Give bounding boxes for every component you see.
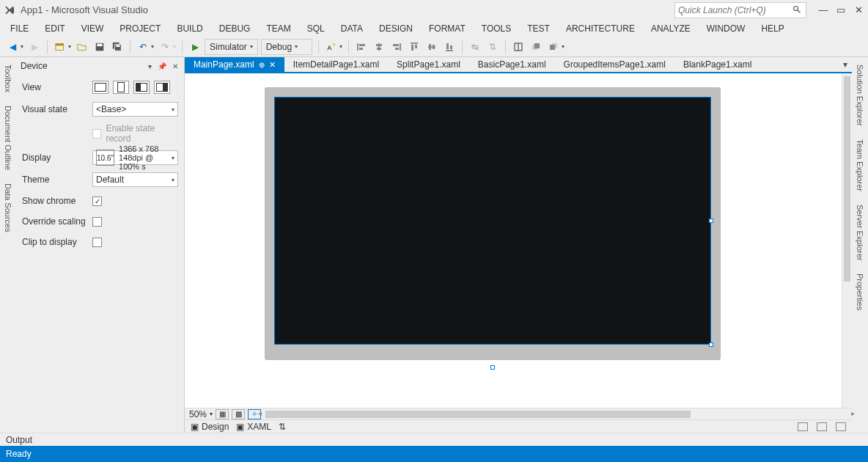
panel-options-button[interactable]: ▾	[147, 62, 153, 70]
restore-button[interactable]: ▭	[834, 4, 847, 17]
view-label: View	[22, 82, 88, 92]
snap-toggle-button[interactable]: ▩	[232, 409, 245, 419]
split-horizontal-button[interactable]	[817, 422, 827, 431]
save-button[interactable]	[92, 39, 108, 55]
back-dropdown[interactable]: ▾	[21, 43, 23, 50]
align-left-button[interactable]	[353, 39, 369, 55]
rail-tab-server-explorer[interactable]: Server Explorer	[854, 202, 866, 263]
quick-launch[interactable]	[674, 2, 806, 18]
run-target-combo[interactable]: Simulator ▾	[205, 39, 258, 55]
menu-build[interactable]: BUILD	[169, 22, 210, 35]
open-button[interactable]	[74, 39, 90, 55]
file-tab[interactable]: ItemDetailPage1.xaml	[284, 57, 388, 72]
horizontal-scrollbar[interactable]: ◂ ▸	[265, 409, 847, 419]
menu-file[interactable]: FILE	[3, 22, 36, 35]
expand-pane-button[interactable]	[836, 422, 846, 431]
xaml-tab[interactable]: ▣ XAML	[236, 422, 271, 432]
vertical-scrollbar[interactable]	[842, 73, 852, 408]
menu-test[interactable]: TEST	[520, 22, 557, 35]
order-dropdown[interactable]: ▾	[562, 43, 564, 50]
swap-panes-button[interactable]: ⇅	[279, 422, 286, 432]
rail-tab-team-explorer[interactable]: Team Explorer	[854, 136, 866, 194]
undo-button[interactable]: ↶	[135, 39, 151, 55]
clip-to-display-checkbox[interactable]	[92, 238, 102, 247]
new-dropdown[interactable]: ▾	[68, 43, 71, 50]
display-combo[interactable]: 10.6" 1366 x 768 148dpi @ 100% s ▾	[92, 150, 178, 165]
dist-h-button[interactable]: ↹	[467, 39, 483, 55]
menu-data[interactable]: DATA	[334, 22, 370, 35]
menu-window[interactable]: WINDOW	[699, 22, 753, 35]
title-bar: App1 - Microsoft Visual Studio — ▭ ✕	[0, 0, 868, 21]
file-tab[interactable]: BasicPage1.xaml	[469, 57, 555, 72]
bring-front-button[interactable]	[528, 39, 544, 55]
enable-state-record-checkbox[interactable]	[92, 129, 101, 139]
close-button[interactable]: ✕	[852, 4, 865, 17]
file-tab[interactable]: MainPage.xaml⊕✕	[185, 57, 284, 72]
panel-pin-button[interactable]: 📌	[156, 62, 168, 70]
new-project-button[interactable]	[52, 39, 68, 55]
menu-tools[interactable]: TOOLS	[474, 22, 518, 35]
menu-analyze[interactable]: ANALYZE	[644, 22, 698, 35]
view-snap-left-button[interactable]	[133, 81, 150, 94]
resize-handle-right[interactable]	[709, 219, 713, 223]
rail-tab-properties[interactable]: Properties	[854, 271, 866, 313]
grid-toggle-button[interactable]: ▦	[216, 409, 229, 419]
theme-combo[interactable]: Default ▾	[92, 172, 178, 187]
start-button[interactable]: ▶	[187, 39, 203, 55]
save-all-button[interactable]	[109, 39, 125, 55]
menu-edit[interactable]: EDIT	[37, 22, 72, 35]
undo-dropdown[interactable]: ▾	[151, 43, 154, 50]
align-top-button[interactable]	[406, 39, 422, 55]
redo-dropdown[interactable]: ▾	[173, 43, 176, 50]
layout-panel-button[interactable]	[510, 39, 526, 55]
output-panel-header[interactable]: Output	[0, 433, 868, 446]
minimize-button[interactable]: —	[817, 4, 830, 17]
menu-team[interactable]: TEAM	[259, 22, 298, 35]
rail-tab-toolbox[interactable]: Toolbox	[2, 62, 14, 95]
dist-v-button[interactable]: ⇅	[485, 39, 501, 55]
config-combo[interactable]: Debug ▾	[261, 39, 312, 55]
panel-close-button[interactable]: ✕	[171, 62, 180, 70]
effects-dropdown[interactable]: ▾	[339, 43, 342, 50]
align-right-button[interactable]	[389, 39, 405, 55]
align-middle-button[interactable]	[424, 39, 440, 55]
pin-icon[interactable]: ⊕	[259, 61, 265, 69]
redo-button[interactable]: ↷	[157, 39, 173, 55]
effects-button[interactable]	[323, 39, 339, 55]
rail-tab-data-sources[interactable]: Data Sources	[2, 180, 14, 235]
show-chrome-checkbox[interactable]: ✓	[92, 197, 102, 206]
tabs-overflow-button[interactable]: ▾	[839, 57, 852, 72]
resize-handle-bottom[interactable]	[490, 365, 495, 370]
menu-project[interactable]: PROJECT	[112, 22, 168, 35]
design-tab[interactable]: ▣ Design	[191, 422, 229, 432]
page-surface[interactable]	[274, 97, 711, 345]
menu-view[interactable]: VIEW	[74, 22, 111, 35]
close-tab-button[interactable]: ✕	[269, 60, 276, 70]
file-tab[interactable]: BlankPage1.xaml	[674, 57, 760, 72]
file-tab[interactable]: SplitPage1.xaml	[388, 57, 469, 72]
view-landscape-button[interactable]	[92, 81, 108, 94]
align-center-h-button[interactable]	[371, 39, 387, 55]
rail-tab-document-outline[interactable]: Document Outline	[2, 103, 14, 173]
view-portrait-button[interactable]	[113, 81, 129, 94]
back-button[interactable]: ◀	[4, 39, 21, 55]
rail-tab-solution-explorer[interactable]: Solution Explorer	[854, 62, 866, 129]
menu-sql[interactable]: SQL	[300, 22, 332, 35]
split-vertical-button[interactable]	[798, 422, 808, 431]
menu-format[interactable]: FORMAT	[422, 22, 473, 35]
override-scaling-checkbox[interactable]	[92, 217, 102, 227]
visual-state-combo[interactable]: <Base> ▾	[92, 102, 178, 117]
menu-architecture[interactable]: ARCHITECTURE	[559, 22, 642, 35]
file-tab[interactable]: GroupedItemsPage1.xaml	[555, 57, 674, 72]
menu-design[interactable]: DESIGN	[372, 22, 420, 35]
quick-launch-input[interactable]	[678, 5, 792, 15]
resize-handle-bottom-right[interactable]	[709, 342, 713, 347]
designer-canvas[interactable]	[185, 73, 842, 408]
send-back-button[interactable]	[545, 39, 562, 55]
forward-button[interactable]: ▶	[26, 39, 43, 55]
menu-help[interactable]: HELP	[754, 22, 791, 35]
view-snap-right-button[interactable]	[154, 81, 170, 94]
align-bottom-button[interactable]	[441, 39, 457, 55]
zoom-combo[interactable]: 50% ▾	[189, 409, 213, 419]
menu-debug[interactable]: DEBUG	[212, 22, 258, 35]
